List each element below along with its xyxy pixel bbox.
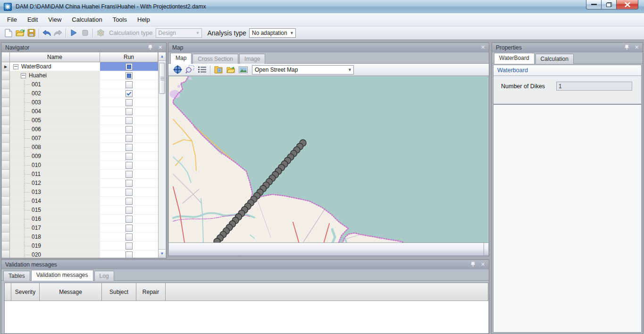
tree-node-006[interactable]: 006 (10, 125, 100, 134)
tree-node-018[interactable]: 018 (10, 233, 100, 242)
tree-node-huahei[interactable]: Huahei (10, 71, 100, 80)
tree-node-001[interactable]: 001 (10, 80, 100, 89)
table-row[interactable]: 007 (2, 134, 158, 143)
column-header-severity[interactable]: Severity (11, 283, 40, 301)
run-checkbox-unchecked[interactable] (125, 135, 133, 142)
table-row[interactable]: 013 (2, 188, 158, 197)
collapse-icon[interactable] (13, 64, 18, 69)
run-cell[interactable] (100, 233, 158, 242)
map-canvas[interactable] (169, 76, 488, 243)
table-row[interactable]: 006 (2, 125, 158, 134)
column-header-name[interactable]: Name (10, 52, 100, 62)
run-cell[interactable] (100, 179, 158, 188)
run-cell[interactable] (100, 125, 158, 134)
scrollbar-thumb[interactable] (159, 63, 165, 94)
run-cell[interactable] (100, 224, 158, 233)
menu-item-view[interactable]: View (43, 14, 67, 25)
tree-node-010[interactable]: 010 (10, 161, 100, 170)
run-cell[interactable] (100, 71, 158, 80)
tree-node-014[interactable]: 014 (10, 197, 100, 206)
map-provider-select[interactable]: Open Street Map▼ (252, 65, 354, 75)
pan-map-button[interactable] (171, 65, 184, 75)
column-header-run[interactable]: Run (100, 52, 158, 62)
tree-node-005[interactable]: 005 (10, 116, 100, 125)
column-header-subject[interactable]: Subject (102, 283, 136, 301)
run-cell[interactable] (100, 250, 158, 258)
pin-icon[interactable] (624, 44, 630, 50)
menu-item-calculation[interactable]: Calculation (67, 14, 107, 25)
run-checkbox-unchecked[interactable] (125, 153, 133, 160)
map-legend-button[interactable] (196, 65, 208, 75)
run-checkbox-unchecked[interactable] (125, 108, 133, 115)
tab-validation-messages[interactable]: Validation messages (31, 270, 93, 281)
run-cell[interactable] (100, 143, 158, 152)
background-image-button[interactable] (237, 65, 249, 75)
tree-node-008[interactable]: 008 (10, 143, 100, 152)
run-checkbox-unchecked[interactable] (125, 189, 133, 196)
new-document-button[interactable] (3, 28, 14, 38)
table-row[interactable]: ▶WaterBoard (2, 62, 158, 71)
run-cell[interactable] (100, 116, 158, 125)
tree-node-012[interactable]: 012 (10, 179, 100, 188)
run-checkbox-unchecked[interactable] (125, 225, 133, 232)
close-icon[interactable]: ✕ (480, 261, 486, 267)
run-checkbox-unchecked[interactable] (125, 117, 133, 124)
tab-map[interactable]: Map (170, 53, 192, 64)
navigator-scrollbar[interactable]: ▲ ▼ (158, 52, 166, 258)
table-row[interactable]: 002 (2, 89, 158, 98)
minimize-button[interactable] (586, 0, 601, 9)
table-row[interactable]: 014 (2, 197, 158, 206)
run-cell[interactable] (100, 215, 158, 224)
tree-node-016[interactable]: 016 (10, 215, 100, 224)
run-checkbox-unchecked[interactable] (125, 198, 133, 205)
run-checkbox-unchecked[interactable] (125, 171, 133, 178)
tree-node-waterboard[interactable]: WaterBoard (10, 62, 100, 71)
run-checkbox-unchecked[interactable] (125, 242, 133, 250)
tree-node-015[interactable]: 015 (10, 206, 100, 215)
add-map-layer-button[interactable] (212, 65, 225, 75)
run-cell[interactable] (100, 170, 158, 179)
table-row[interactable]: 016 (2, 215, 158, 224)
restore-button[interactable] (601, 0, 617, 9)
column-header-message[interactable]: Message (40, 283, 102, 301)
run-checkbox-indeterminate[interactable] (125, 63, 133, 70)
tree-node-007[interactable]: 007 (10, 134, 100, 143)
run-checkbox-unchecked[interactable] (125, 162, 133, 169)
tree-node-020[interactable]: 020 (10, 250, 100, 258)
tab-calculation[interactable]: Calculation (535, 54, 574, 64)
run-checkbox-unchecked[interactable] (125, 180, 133, 187)
tree-node-002[interactable]: 002 (10, 89, 100, 98)
pin-icon[interactable] (470, 261, 476, 267)
table-row[interactable]: 019 (2, 242, 158, 250)
open-map-file-button[interactable] (225, 65, 237, 75)
close-icon[interactable]: ✕ (634, 44, 640, 50)
table-row[interactable]: 003 (2, 98, 158, 107)
tree-node-017[interactable]: 017 (10, 224, 100, 233)
run-cell[interactable] (100, 242, 158, 250)
run-cell[interactable] (100, 62, 158, 71)
save-button[interactable] (25, 28, 37, 38)
zoom-region-button[interactable] (184, 65, 196, 75)
close-icon[interactable]: ✕ (480, 44, 486, 50)
table-row[interactable]: Huahei (2, 71, 158, 80)
run-checkbox-checked[interactable] (125, 90, 133, 97)
tab-tables[interactable]: Tables (3, 271, 30, 281)
table-row[interactable]: 001 (2, 80, 158, 89)
tab-waterboard[interactable]: WaterBoard (494, 53, 535, 64)
run-cell[interactable] (100, 80, 158, 89)
run-cell[interactable] (100, 89, 158, 98)
map-bottom-scrollbar[interactable] (169, 242, 488, 255)
run-checkbox-unchecked[interactable] (125, 126, 133, 133)
run-checkbox-indeterminate[interactable] (125, 72, 133, 79)
run-checkbox-unchecked[interactable] (125, 234, 133, 241)
run-calculation-button[interactable] (68, 28, 79, 38)
column-header-repair[interactable]: Repair (136, 283, 166, 301)
undo-button[interactable] (41, 28, 52, 38)
menu-item-help[interactable]: Help (132, 14, 155, 25)
run-cell[interactable] (100, 134, 158, 143)
table-row[interactable]: 020 (2, 250, 158, 258)
run-checkbox-unchecked[interactable] (125, 144, 133, 151)
run-checkbox-unchecked[interactable] (125, 251, 133, 258)
analysis-type-select[interactable]: No adaptation▼ (249, 28, 296, 38)
run-cell[interactable] (100, 98, 158, 107)
